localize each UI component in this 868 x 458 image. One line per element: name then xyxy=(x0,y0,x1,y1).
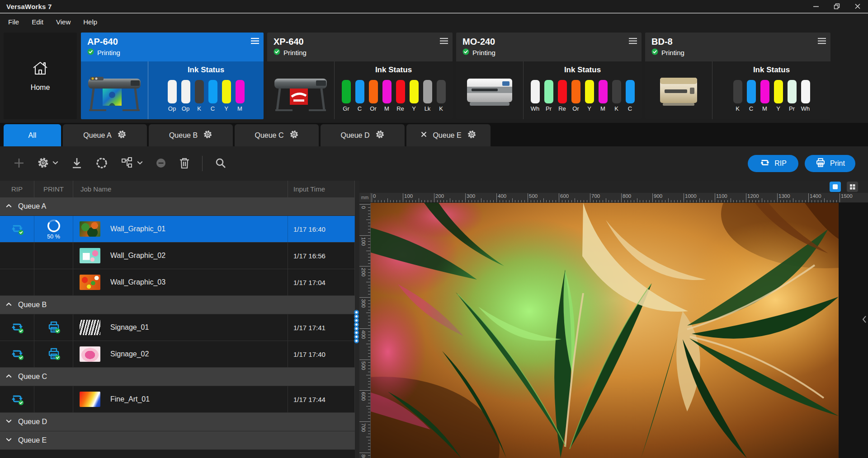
job-row-wall_graphic_02[interactable]: Wall_Graphic_02 1/17 16:56 xyxy=(0,243,355,269)
print-status-cell: 50 % xyxy=(34,216,73,242)
input-time-cell: 1/17 16:40 xyxy=(288,216,355,242)
download-button[interactable] xyxy=(71,157,83,171)
tab-queue-c[interactable]: Queue C xyxy=(235,124,319,146)
chevron-down-icon[interactable] xyxy=(137,159,143,168)
chevron-down-icon[interactable] xyxy=(52,159,59,168)
queue-group-queue-a[interactable]: Queue A xyxy=(0,197,355,216)
collapse-panel-arrow[interactable] xyxy=(862,315,867,325)
rip-done-icon xyxy=(10,320,24,335)
single-view-button[interactable] xyxy=(830,182,841,192)
minimize-button[interactable] xyxy=(806,0,826,13)
settings-button[interactable] xyxy=(37,157,59,170)
job-thumbnail xyxy=(80,346,100,362)
ruler-tick xyxy=(731,198,731,202)
ruler-tick xyxy=(518,200,519,202)
queue-group-queue-c[interactable]: Queue C xyxy=(0,368,355,386)
chevron-down-icon[interactable] xyxy=(5,418,12,426)
input-time-cell: 1/17 16:56 xyxy=(288,243,355,269)
gear-icon[interactable] xyxy=(289,130,299,141)
ruler-tick xyxy=(459,200,459,202)
queue-group-queue-b[interactable]: Queue B xyxy=(0,296,355,314)
ruler-tick xyxy=(378,200,378,202)
ink-status-title: Ink Status xyxy=(753,65,790,75)
hamburger-menu-icon[interactable] xyxy=(440,36,448,59)
preview-canvas[interactable] xyxy=(371,203,868,458)
workflow-button[interactable] xyxy=(120,156,143,171)
tab-queue-d[interactable]: Queue D xyxy=(321,124,405,146)
tab-queue-a[interactable]: Queue A xyxy=(63,124,147,146)
pane-splitter[interactable] xyxy=(355,181,359,458)
gear-icon[interactable] xyxy=(117,130,127,141)
job-row-wall_graphic_03[interactable]: Wall_Graphic_03 1/17 17:04 xyxy=(0,269,355,296)
processing-button[interactable] xyxy=(95,156,108,171)
hamburger-menu-icon[interactable] xyxy=(629,36,637,59)
search-button[interactable] xyxy=(214,157,227,171)
ruler-tick xyxy=(677,200,678,202)
printer-status: Printing xyxy=(462,48,495,56)
ink-bar-m xyxy=(760,80,769,103)
ruler-tick xyxy=(606,198,606,202)
hamburger-menu-icon[interactable] xyxy=(251,36,259,59)
queue-group-queue-d[interactable]: Queue D xyxy=(0,413,355,431)
home-button[interactable]: Home xyxy=(4,33,77,119)
job-row-wall_graphic_01[interactable]: 50 % Wall_Graphic_01 1/17 16:40 xyxy=(0,216,355,243)
menu-file[interactable]: File xyxy=(2,15,25,28)
printer-card-bd-8[interactable]: BD-8 Printing Ink Status KCMYPrWh xyxy=(645,33,830,119)
ruler-tick xyxy=(440,200,441,202)
ruler-label: 700 xyxy=(361,423,366,432)
chevron-down-icon[interactable] xyxy=(5,436,12,445)
ruler-tick xyxy=(524,200,525,202)
ruler-tick xyxy=(799,200,799,202)
menu-view[interactable]: View xyxy=(50,15,77,28)
restore-button[interactable] xyxy=(826,0,847,13)
menu-edit[interactable]: Edit xyxy=(25,15,50,28)
queue-group-queue-e[interactable]: Queue E xyxy=(0,431,355,450)
splitter-grip[interactable] xyxy=(354,311,359,343)
ruler-tick xyxy=(366,313,370,313)
gear-icon[interactable] xyxy=(203,130,212,141)
tab-queue-e[interactable]: Queue E xyxy=(406,124,491,146)
ruler-tick xyxy=(727,200,728,202)
add-button xyxy=(13,157,25,171)
printer-card-ap-640[interactable]: AP-640 Printing Ink Status OpOpKCYM xyxy=(81,33,264,119)
ruler-tick xyxy=(368,431,370,431)
gear-icon[interactable] xyxy=(467,130,476,141)
print-button[interactable]: Print xyxy=(805,155,855,172)
ink-bar-op xyxy=(181,80,190,103)
hamburger-menu-icon[interactable] xyxy=(818,36,826,59)
tab-queue-b[interactable]: Queue B xyxy=(149,124,233,146)
printer-card-xp-640[interactable]: XP-640 Printing Ink Status GrCOrMReYLkK xyxy=(267,33,453,119)
chevron-up-icon[interactable] xyxy=(5,202,12,211)
ink-label: M xyxy=(600,105,605,112)
ruler-label: 500 xyxy=(361,361,366,370)
ink-label: Or xyxy=(572,105,579,112)
tab-all[interactable]: All xyxy=(4,124,61,146)
ink-label: Wh xyxy=(801,105,810,112)
ruler-tick xyxy=(671,200,671,202)
ruler-tick xyxy=(366,220,370,220)
ruler-tick xyxy=(818,200,818,202)
menu-help[interactable]: Help xyxy=(77,15,104,28)
ruler-tick xyxy=(587,200,587,202)
close-tab-icon[interactable] xyxy=(420,131,427,140)
ruler-tick xyxy=(580,200,581,202)
job-row-signage_02[interactable]: Signage_02 1/17 17:40 xyxy=(0,341,355,368)
ruler-tick xyxy=(359,390,370,391)
ruler-tick xyxy=(552,200,553,202)
ruler-tick xyxy=(693,200,693,202)
chevron-up-icon[interactable] xyxy=(5,301,12,309)
gear-icon[interactable] xyxy=(375,130,385,141)
quad-view-button[interactable] xyxy=(847,182,858,192)
printer-card-mo-240[interactable]: MO-240 Printing Ink Status WhPrReOrYMKC xyxy=(456,33,642,119)
chevron-up-icon[interactable] xyxy=(5,373,12,381)
close-button[interactable] xyxy=(847,0,868,13)
job-row-signage_01[interactable]: Signage_01 1/17 17:41 xyxy=(0,314,355,341)
job-name: Wall_Graphic_03 xyxy=(110,278,165,286)
ruler-tick xyxy=(368,294,370,294)
job-row-fine_art_01[interactable]: Fine_Art_01 1/17 17:44 xyxy=(0,386,355,413)
settings-icon xyxy=(37,157,49,170)
rip-button[interactable]: > RIP xyxy=(748,155,798,172)
ruler-unit-label: mm xyxy=(359,193,371,202)
input-time-cell: 1/17 17:44 xyxy=(288,386,355,412)
delete-button[interactable] xyxy=(179,157,190,171)
